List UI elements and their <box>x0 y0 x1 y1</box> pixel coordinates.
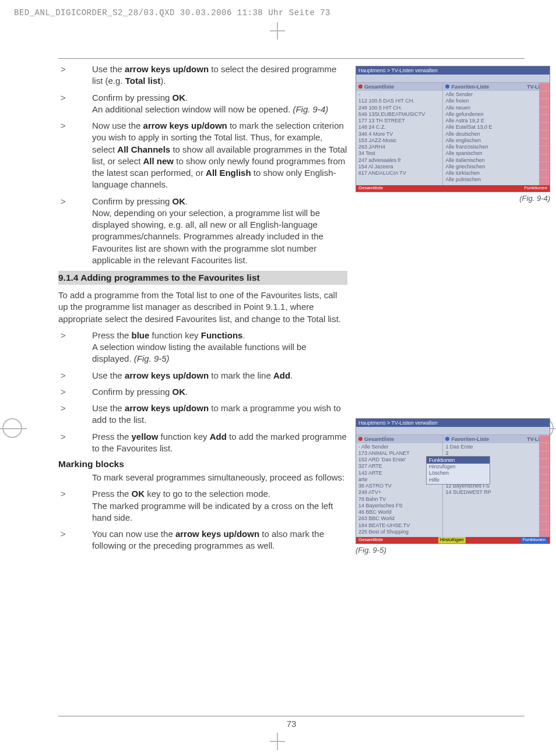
list-item: Alle EutelSat 13,0 E <box>445 124 547 130</box>
fig94-titlebar: Hauptmenü > TV-Listen verwalten <box>356 66 550 75</box>
step-text: Press the OK key to go to the selection … <box>92 488 347 524</box>
list-item: 546 13St.EUBEATMUSICTV <box>358 111 440 118</box>
crop-mark-left <box>2 418 22 438</box>
list-item: Alle deutschen <box>445 131 547 137</box>
step-text: Confirm by pressing OK.An additional sel… <box>92 92 347 116</box>
section-heading: 9.1.4 Adding programmes to the Favourite… <box>58 271 347 285</box>
step-marker: > <box>58 330 92 365</box>
step-marker: > <box>58 402 92 426</box>
step-marker: > <box>58 488 92 524</box>
list-item: 177 13 TH STREET <box>358 118 440 124</box>
instruction-step: >Use the arrow keys up/down to select th… <box>58 63 347 87</box>
step-text: Press the blue function key Functions.A … <box>92 330 347 365</box>
list-item: Alle polnischen <box>445 176 547 183</box>
instruction-step: To mark several programmes simultaneousl… <box>58 472 347 483</box>
crop-mark-top <box>277 22 278 40</box>
fig95-left-head: Gesamtliste <box>356 435 442 443</box>
step-marker: > <box>58 63 92 87</box>
step-text: Use the arrow keys up/down to select the… <box>92 63 347 87</box>
step-marker: > <box>58 92 92 116</box>
step-text: Press the yellow function key Add to add… <box>92 431 347 455</box>
instruction-step: >Use the arrow keys up/down to mark the … <box>58 370 347 381</box>
step-text: Confirm by pressing OK. <box>92 386 347 398</box>
list-item: Alle Astra 19,2 E <box>445 118 547 124</box>
list-item: Alle gefundenen <box>445 111 547 118</box>
instruction-step: >Confirm by pressing OK. <box>58 386 347 398</box>
crop-mark-bottom <box>277 733 278 750</box>
list-item: 1 Das Erste <box>445 444 547 450</box>
figure-9-5: Hauptmenü > TV-Listen verwalten Gesamtli… <box>356 418 550 545</box>
step-marker: > <box>58 386 92 398</box>
instruction-step: >Now use the arrow keys up/down to mark … <box>58 120 347 191</box>
list-item: Alle englischen <box>445 137 547 144</box>
step-text: Use the arrow keys up/down to mark the l… <box>92 370 347 381</box>
list-item: 148 24 C.Z. <box>358 124 440 130</box>
instruction-step: >Press the blue function key Functions.A… <box>58 330 347 365</box>
step-marker <box>58 472 92 483</box>
step-marker: > <box>58 370 92 381</box>
step-text: Use the arrow keys up/down to mark a pro… <box>92 402 347 426</box>
list-item: 247 adviesaales.fr <box>358 157 440 164</box>
list-item: 263 BBC World <box>358 515 440 522</box>
text-column: >Use the arrow keys up/down to select th… <box>58 63 347 557</box>
instruction-step: >You can now use the arrow keys up/down … <box>58 528 347 552</box>
list-item: 225 Best of Shopping <box>358 529 440 535</box>
list-item: 248 100.5 HIT CH. <box>358 105 440 111</box>
fig95-popup: Funktionen HinzufügenLöschenHilfe <box>426 456 490 485</box>
list-item: Löschen <box>427 470 490 477</box>
figure-column: Hauptmenü > TV-Listen verwalten Gesamtli… <box>356 66 556 554</box>
fig94-toolbar <box>356 75 550 83</box>
list-item: 14 Bayerisches FS <box>358 503 440 509</box>
list-item: 34 Test <box>358 150 440 157</box>
instruction-step: >Confirm by pressing OK.An additional se… <box>58 92 347 116</box>
list-item: Alle italienischen <box>445 157 547 164</box>
list-item: 154 Al Jazeera <box>358 164 440 170</box>
fig95-toolbar <box>356 427 550 435</box>
instruction-step: >Use the arrow keys up/down to mark a pr… <box>58 402 347 426</box>
list-item: - <box>358 91 440 98</box>
list-item: Alle spanischen <box>445 150 547 157</box>
list-item: 263 JARH4 <box>358 144 440 150</box>
doc-header: BED_ANL_DIGICORDER_S2_28/03.QXD 30.03.20… <box>14 8 330 17</box>
list-item: 14 SUEDWEST RP <box>445 489 547 496</box>
list-item: 78 Bahn TV <box>358 496 440 503</box>
fig94-right-head: Favoriten-ListeTV-Liste <box>443 83 550 91</box>
fig94-left-head: Gesamtliste <box>356 83 442 91</box>
step-text: To mark several programmes simultaneousl… <box>92 472 347 483</box>
intro-paragraph: To add a programme from the Total list t… <box>58 289 347 325</box>
list-item: Alle türkischen <box>445 170 547 176</box>
list-item: 617 ANDALUCIA TV <box>358 170 440 176</box>
list-item: Alle neuen <box>445 105 547 111</box>
list-item: Alle französischen <box>445 144 547 150</box>
list-item: 248 ATV+ <box>358 489 440 496</box>
step-marker: > <box>58 120 92 191</box>
list-item: Hilfe <box>427 477 490 484</box>
list-item: 153 JAZZ-Music <box>358 137 440 144</box>
list-item: 184 BEATE-UHSE.TV <box>358 522 440 529</box>
list-item: Alle freien <box>445 98 547 104</box>
fig95-titlebar: Hauptmenü > TV-Listen verwalten <box>356 419 550 427</box>
step-marker: > <box>58 196 92 267</box>
step-marker: > <box>58 431 92 455</box>
instruction-step: >Press the yellow function key Add to ad… <box>58 431 347 455</box>
figure-9-4: Hauptmenü > TV-Listen verwalten Gesamtli… <box>356 66 550 192</box>
fig95-caption: (Fig. 9-5) <box>356 546 550 554</box>
list-item: - Alle Sender <box>358 444 440 450</box>
list-item: Hinzufügen <box>427 464 490 471</box>
fig94-caption: (Fig. 9-4) <box>356 194 550 203</box>
page-number: 73 <box>58 719 525 729</box>
instruction-step: >Confirm by pressing OK.Now, depending o… <box>58 196 347 267</box>
step-text: You can now use the arrow keys up/down t… <box>92 528 347 552</box>
sub-heading: Marking blocks <box>58 459 347 469</box>
step-text: Now use the arrow keys up/down to mark t… <box>92 120 347 191</box>
step-text: Confirm by pressing OK.Now, depending on… <box>92 196 347 267</box>
step-marker: > <box>58 528 92 552</box>
page-frame: >Use the arrow keys up/down to select th… <box>58 58 525 716</box>
list-item: 112 100.5 DAS HIT CH. <box>358 98 440 104</box>
instruction-step: >Press the OK key to go to the selection… <box>58 488 347 524</box>
list-item: Alle Sender <box>445 91 547 98</box>
list-item: 46 BBC World <box>358 509 440 515</box>
list-item: Alle griechischen <box>445 164 547 170</box>
fig95-right-head: Favoriten-ListeTV-Liste <box>443 435 550 443</box>
list-item: 346 4 More TV <box>358 131 440 137</box>
